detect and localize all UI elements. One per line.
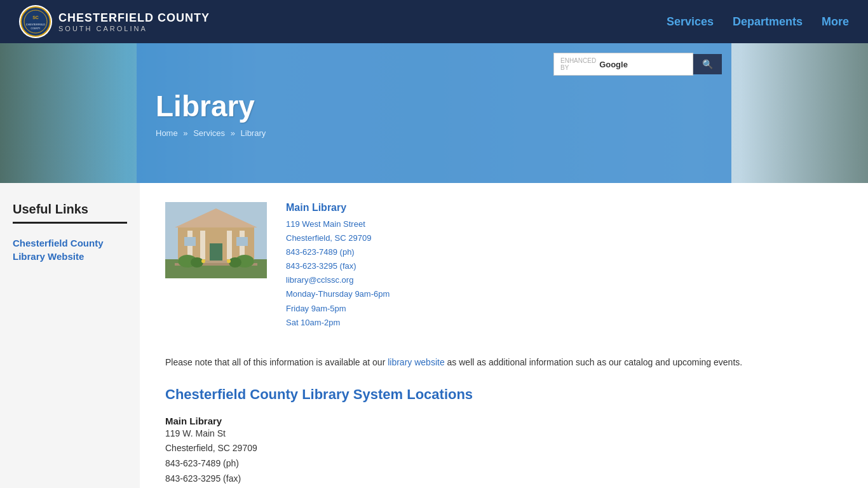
svg-point-21 bbox=[229, 257, 241, 268]
location-block: Main Library 119 W. Main St Chesterfield… bbox=[165, 416, 843, 487]
nav-departments[interactable]: Departments bbox=[733, 15, 803, 29]
search-icon: 🔍 bbox=[702, 59, 713, 69]
sidebar-library-link[interactable]: Chesterfield County Library Website bbox=[13, 236, 127, 263]
sidebar-heading: Useful Links bbox=[13, 202, 127, 224]
location-address2: Chesterfield, SC 29709 bbox=[165, 441, 843, 456]
hero-trees-left bbox=[0, 43, 127, 183]
hero-section: ENHANCED BY Google 🔍 Library Home » Serv… bbox=[0, 43, 868, 183]
search-button[interactable]: 🔍 bbox=[693, 54, 722, 74]
library-phone: 843-623-7489 (ph) bbox=[286, 245, 843, 259]
breadcrumb-services[interactable]: Services bbox=[193, 128, 225, 138]
main-content: Main Library 119 West Main Street Cheste… bbox=[140, 183, 868, 488]
location-address1: 119 W. Main St bbox=[165, 426, 843, 442]
library-image bbox=[165, 202, 267, 278]
location-name: Main Library bbox=[165, 416, 843, 426]
svg-rect-11 bbox=[227, 231, 232, 259]
svg-text:COUNTY: COUNTY bbox=[31, 27, 41, 30]
library-hours1: Monday-Thursday 9am-6pm bbox=[286, 287, 843, 301]
main-container: Useful Links Chesterfield County Library… bbox=[0, 183, 868, 488]
google-label: Google bbox=[599, 60, 628, 69]
library-email: library@cclssc.org bbox=[286, 273, 843, 287]
library-hours2: Friday 9am-5pm bbox=[286, 302, 843, 316]
locations-heading: Chesterfield County Library System Locat… bbox=[165, 386, 843, 403]
search-bar: ENHANCED BY Google 🔍 bbox=[553, 53, 722, 76]
svg-rect-13 bbox=[210, 243, 222, 262]
svg-rect-14 bbox=[184, 237, 196, 246]
nav-links: Services Departments More bbox=[667, 15, 849, 29]
search-input-wrapper: ENHANCED BY Google bbox=[553, 53, 693, 76]
location-fax: 843-623-3295 (fax) bbox=[165, 471, 843, 487]
paragraph-text: Please note that all of this information… bbox=[165, 357, 388, 367]
library-hours3: Sat 10am-2pm bbox=[286, 316, 843, 330]
main-library-name: Main Library bbox=[286, 202, 843, 214]
library-info-section: Main Library 119 West Main Street Cheste… bbox=[165, 202, 843, 330]
library-address1: 119 West Main Street bbox=[286, 217, 843, 231]
breadcrumb: Home » Services » Library bbox=[156, 128, 712, 138]
state-name: SOUTH CAROLINA bbox=[58, 25, 210, 32]
nav-services[interactable]: Services bbox=[667, 15, 714, 29]
location-phone: 843-623-7489 (ph) bbox=[165, 456, 843, 471]
library-details: Main Library 119 West Main Street Cheste… bbox=[286, 202, 843, 330]
content-paragraph: Please note that all of this information… bbox=[165, 355, 843, 370]
nav-more[interactable]: More bbox=[822, 15, 849, 29]
svg-point-20 bbox=[191, 257, 203, 268]
paragraph-text2: as well as additional information such a… bbox=[445, 357, 743, 367]
breadcrumb-home[interactable]: Home bbox=[156, 128, 178, 138]
sidebar: Useful Links Chesterfield County Library… bbox=[0, 183, 140, 488]
hero-trees-right bbox=[741, 43, 868, 183]
library-address2: Chesterfield, SC 29709 bbox=[286, 231, 843, 245]
svg-rect-10 bbox=[200, 231, 205, 259]
brand-text: CHESTERFIELD COUNTY SOUTH CAROLINA bbox=[58, 11, 210, 32]
svg-point-22 bbox=[201, 259, 205, 263]
breadcrumb-current: Library bbox=[241, 128, 266, 138]
library-email-link[interactable]: library@cclssc.org bbox=[286, 275, 353, 285]
svg-text:CHESTERFIELD: CHESTERFIELD bbox=[26, 23, 46, 26]
library-fax: 843-623-3295 (fax) bbox=[286, 259, 843, 273]
navbar: SC CHESTERFIELD COUNTY CHESTERFIELD COUN… bbox=[0, 0, 868, 43]
svg-text:SC: SC bbox=[32, 15, 39, 20]
library-website-link[interactable]: library website bbox=[388, 357, 444, 367]
county-logo: SC CHESTERFIELD COUNTY bbox=[19, 5, 52, 38]
svg-rect-15 bbox=[236, 237, 248, 246]
county-name: CHESTERFIELD COUNTY bbox=[58, 11, 210, 25]
svg-point-23 bbox=[227, 259, 231, 263]
breadcrumb-sep-2: » bbox=[231, 128, 235, 138]
page-title: Library bbox=[156, 89, 712, 123]
brand: SC CHESTERFIELD COUNTY CHESTERFIELD COUN… bbox=[19, 5, 210, 38]
enhanced-by-label: ENHANCED BY bbox=[560, 57, 596, 71]
breadcrumb-sep-1: » bbox=[183, 128, 187, 138]
